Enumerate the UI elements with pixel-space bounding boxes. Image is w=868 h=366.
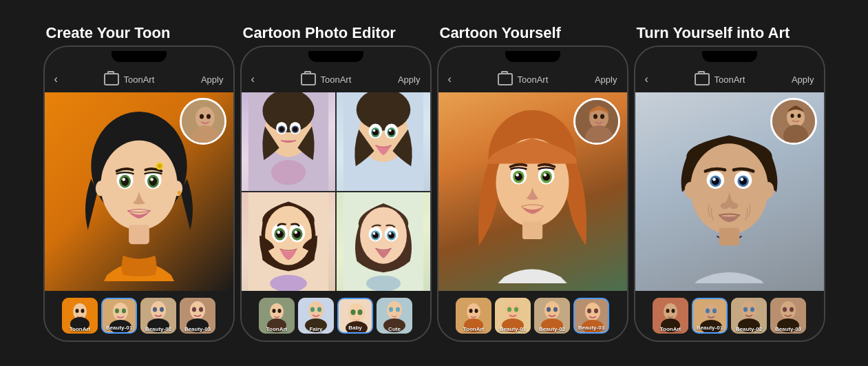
- filter-item-toonart-4[interactable]: ToonArt: [653, 298, 688, 334]
- apply-button-1[interactable]: Apply: [201, 74, 224, 85]
- svg-point-174: [750, 307, 754, 312]
- filter-item-fairy-2[interactable]: Fairy: [298, 298, 334, 334]
- filter-item-beauty01-4[interactable]: Beauty-01: [692, 298, 728, 334]
- app-name-4: ToonArt: [714, 74, 745, 85]
- back-button-1[interactable]: ‹: [54, 73, 58, 85]
- filter-item-beauty02-3[interactable]: Beauty-02: [534, 298, 570, 334]
- filter-label-beauty01-1: Beauty-01: [103, 325, 136, 331]
- filter-item-toonart-2[interactable]: ToonArt: [259, 298, 295, 334]
- phone-content-3: [438, 92, 627, 291]
- avatar-circle-4: [770, 98, 817, 145]
- phone-frame-1: ‹ ToonArt Apply: [43, 45, 235, 342]
- svg-point-61: [389, 130, 392, 132]
- filter-row-3: ToonArt: [445, 298, 620, 334]
- app-name-2: ToonArt: [320, 74, 351, 85]
- notch-3: [505, 51, 560, 62]
- filter-item-cute-2[interactable]: Cute: [377, 298, 412, 334]
- apply-button-4[interactable]: Apply: [792, 74, 814, 85]
- apply-button-2[interactable]: Apply: [398, 74, 421, 85]
- svg-point-34: [160, 307, 164, 312]
- svg-point-139: [587, 309, 591, 314]
- filter-item-beauty03-1[interactable]: Beauty-03: [180, 298, 215, 334]
- svg-point-169: [712, 309, 717, 314]
- svg-point-173: [743, 307, 748, 312]
- grid-cell-2: [337, 92, 430, 191]
- notch-1: [112, 51, 167, 62]
- svg-point-71: [277, 231, 279, 234]
- filter-thumb-beauty01-3[interactable]: Beauty-01: [495, 298, 531, 334]
- svg-point-38: [192, 307, 196, 312]
- card1-title: Create Your Toon: [43, 24, 173, 41]
- card-turn-into-art: Turn Yourself into Art ‹ ToonArt Apply: [634, 24, 825, 342]
- app-name-3: ToonArt: [517, 74, 548, 85]
- svg-point-163: [666, 309, 670, 313]
- nav-bar-4: ‹ ToonArt Apply: [635, 66, 824, 92]
- phone-content-2: [242, 92, 430, 291]
- nav-bar-1: ‹ ToonArt Apply: [45, 66, 233, 92]
- svg-point-109: [593, 114, 597, 119]
- filter-row-4: ToonArt: [642, 298, 817, 334]
- svg-point-156: [712, 178, 716, 181]
- svg-point-146: [797, 114, 801, 118]
- svg-point-98: [351, 309, 356, 315]
- filter-thumb-baby-2[interactable]: Baby: [337, 298, 373, 334]
- svg-point-178: [783, 307, 787, 312]
- filter-label-cute-2: Cute: [377, 326, 412, 332]
- card2-title: Cartoon Photo Editor: [240, 24, 399, 41]
- photo-grid: [242, 92, 430, 291]
- filter-item-beauty03-3[interactable]: Beauty-03: [573, 298, 609, 334]
- filter-item-toonart-1[interactable]: ToonArt: [62, 298, 98, 334]
- back-button-3[interactable]: ‹: [448, 73, 452, 85]
- svg-rect-121: [522, 221, 542, 239]
- filter-item-beauty02-4[interactable]: Beauty-02: [731, 298, 767, 334]
- filter-item-beauty02-1[interactable]: Beauty-02: [140, 298, 176, 334]
- filter-thumb-cute-2[interactable]: Cute: [377, 298, 412, 334]
- filter-thumb-beauty02-4[interactable]: Beauty-02: [731, 298, 767, 334]
- filter-thumb-beauty01-4[interactable]: Beauty-01: [692, 298, 728, 334]
- filter-thumb-beauty03-4[interactable]: Beauty-03: [770, 298, 806, 334]
- filter-item-toonart-3[interactable]: ToonArt: [456, 298, 491, 334]
- card-cartoon-yourself: Cartoon Yourself ‹ ToonArt Apply: [437, 24, 628, 342]
- svg-point-20: [177, 191, 181, 195]
- svg-point-3: [200, 114, 204, 119]
- back-button-4[interactable]: ‹: [645, 73, 648, 85]
- status-bar-4: [635, 47, 824, 66]
- svg-point-4: [207, 114, 211, 119]
- card3-title: Cartoon Yourself: [437, 24, 564, 41]
- filter-item-beauty01-3[interactable]: Beauty-01: [495, 298, 531, 334]
- filter-thumb-toonart-2[interactable]: ToonArt: [259, 298, 295, 334]
- filter-thumb-beauty02-1[interactable]: Beauty-02: [140, 298, 176, 334]
- filter-thumb-beauty03-1[interactable]: Beauty-03: [180, 298, 215, 334]
- filter-label-beauty02-4: Beauty-02: [731, 326, 767, 332]
- svg-point-84: [389, 232, 392, 235]
- filter-thumb-beauty01-1[interactable]: Beauty-01: [101, 298, 137, 334]
- filter-item-beauty01-1[interactable]: Beauty-01: [101, 298, 137, 334]
- photo-icon-4: [695, 73, 710, 85]
- photo-icon-3: [498, 73, 513, 85]
- apply-button-3[interactable]: Apply: [595, 74, 617, 85]
- svg-point-29: [122, 309, 126, 314]
- phone-content-1: [45, 92, 233, 291]
- nav-center-3: ToonArt: [498, 73, 548, 85]
- filter-thumb-toonart-1[interactable]: ToonArt: [62, 298, 98, 334]
- filter-thumb-toonart-4[interactable]: ToonArt: [653, 298, 688, 334]
- back-button-2[interactable]: ‹: [251, 73, 255, 85]
- svg-point-124: [469, 309, 473, 313]
- filter-thumb-toonart-3[interactable]: ToonArt: [456, 298, 491, 334]
- filter-thumb-beauty03-3[interactable]: Beauty-03: [573, 298, 609, 334]
- filter-label-beauty03-4: Beauty-03: [770, 326, 806, 332]
- filter-item-beauty03-4[interactable]: Beauty-03: [770, 298, 806, 334]
- filter-label-beauty03-1: Beauty-03: [180, 326, 215, 332]
- filter-thumb-fairy-2[interactable]: Fairy: [298, 298, 334, 334]
- phone-frame-2: ‹ ToonArt Apply: [240, 45, 432, 342]
- filter-thumb-beauty02-3[interactable]: Beauty-02: [534, 298, 570, 334]
- filter-item-baby-2[interactable]: Baby: [337, 298, 373, 334]
- svg-point-39: [199, 307, 203, 312]
- svg-point-85: [366, 276, 400, 291]
- card4-title: Turn Yourself into Art: [634, 24, 793, 41]
- filter-label-fairy-2: Fairy: [298, 326, 334, 332]
- avatar-circle-1: [180, 98, 226, 145]
- filter-label-beauty01-3: Beauty-01: [495, 326, 531, 332]
- svg-point-103: [389, 307, 393, 312]
- phone-frame-3: ‹ ToonArt Apply: [437, 45, 628, 342]
